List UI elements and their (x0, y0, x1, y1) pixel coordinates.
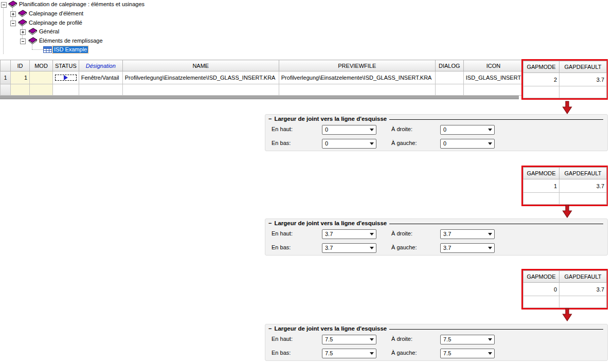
cell-gapdefault[interactable] (559, 296, 607, 308)
cell-status[interactable] (53, 71, 79, 84)
joint-width-panel-3: − Largeur de joint vers la ligne d'esqui… (265, 324, 608, 361)
cell-id[interactable]: 1 (11, 71, 30, 84)
cell-mod[interactable] (30, 71, 53, 84)
cell-gapdefault[interactable] (559, 86, 607, 98)
collapse-glyph[interactable]: − (268, 220, 272, 226)
column-header-previewfile[interactable]: PREVIEWFILE (279, 60, 435, 71)
column-header-icon[interactable]: ICON (463, 60, 523, 71)
cell-gapdefault[interactable]: 3.7 (559, 283, 607, 296)
tree-item-planification[interactable]: Planification de calepinage : éléments e… (18, 1, 146, 8)
combo-en-haut[interactable]: 7.5 (322, 335, 376, 344)
collapse-glyph[interactable]: − (268, 116, 272, 122)
column-header-designation[interactable]: Désignation (79, 60, 122, 71)
tree-item-general[interactable]: Général (38, 28, 60, 35)
cell-gapmode[interactable] (523, 193, 559, 205)
gap-columns-highlight-3: GAPMODE GAPDEFAULT 0 3.7 (521, 269, 608, 310)
cell-previewfile[interactable] (279, 84, 435, 96)
chevron-down-icon[interactable] (486, 233, 494, 235)
chevron-down-icon[interactable] (486, 352, 494, 355)
combo-a-gauche[interactable]: 7.5 (440, 349, 495, 358)
combo-value: 0 (322, 139, 368, 148)
cell-dialog[interactable] (435, 84, 463, 96)
down-arrow-icon (562, 205, 573, 218)
expand-toggle-icon[interactable] (20, 29, 26, 35)
cell-previewfile[interactable]: Profilverlegung\Einsatzelemente\ISD_GLAS… (279, 71, 435, 84)
cell-icon[interactable] (463, 84, 523, 96)
combo-a-gauche[interactable]: 0 (440, 139, 495, 149)
column-header-gapmode[interactable]: GAPMODE (523, 271, 559, 283)
chevron-down-icon[interactable] (368, 233, 376, 235)
combo-a-droite[interactable]: 0 (440, 125, 495, 135)
chevron-down-icon[interactable] (486, 142, 494, 145)
tree-item-calepinage-profile[interactable]: Calepinage de profilé (28, 20, 83, 26)
field-label-en-haut: En haut: (272, 336, 293, 342)
table-row-empty (1, 84, 523, 96)
cell-gapmode[interactable] (523, 86, 559, 98)
field-label-a-droite: À droite: (391, 336, 412, 342)
config-tree: Planification de calepinage : éléments e… (0, 0, 216, 58)
combo-en-bas[interactable]: 3.7 (322, 243, 376, 253)
groupbox-header: − Largeur de joint vers la ligne d'esqui… (268, 220, 603, 226)
row-number-cell[interactable]: 1 (1, 71, 11, 84)
column-header-gapdefault[interactable]: GAPDEFAULT (559, 61, 607, 73)
combo-a-droite[interactable]: 7.5 (440, 335, 495, 344)
column-header-status[interactable]: STATUS (53, 60, 79, 71)
field-label-a-droite: À droite: (391, 230, 412, 236)
column-header-gapdefault[interactable]: GAPDEFAULT (559, 168, 607, 179)
cell-gapmode[interactable]: 2 (523, 73, 559, 86)
cell-gapdefault[interactable] (559, 193, 607, 205)
tree-item-elements-remplissage[interactable]: Éléments de remplissage (38, 38, 104, 44)
cell-gapmode[interactable] (523, 296, 559, 308)
cell-gapdefault[interactable]: 3.7 (559, 179, 607, 193)
combo-a-droite[interactable]: 3.7 (440, 229, 495, 239)
combo-en-bas[interactable]: 7.5 (322, 349, 376, 358)
column-header-gapdefault[interactable]: GAPDEFAULT (559, 271, 607, 283)
book-icon (18, 10, 27, 17)
cell-gapmode[interactable]: 0 (523, 283, 559, 296)
cell-dialog[interactable] (435, 71, 463, 84)
field-label-en-bas: En bas: (272, 350, 291, 356)
combo-a-gauche[interactable]: 3.7 (440, 243, 495, 253)
column-header-dialog[interactable]: DIALOG (435, 60, 463, 71)
chevron-down-icon[interactable] (368, 247, 376, 249)
column-header-mod[interactable]: MOD (30, 60, 53, 71)
cell-designation[interactable]: Fenêtre/Vantail (79, 71, 122, 84)
grid-corner-cell[interactable] (1, 60, 11, 71)
chevron-down-icon[interactable] (486, 338, 494, 341)
cell-mod[interactable] (30, 84, 53, 96)
joint-width-panel-1: − Largeur de joint vers la ligne d'esqui… (265, 114, 608, 151)
chevron-down-icon[interactable] (368, 338, 376, 341)
tree-item-calepinage-element[interactable]: Calepinage d'élément (28, 10, 84, 17)
tree-item-isd-example[interactable]: ISD Example (53, 46, 88, 53)
collapse-toggle-icon[interactable] (10, 21, 16, 26)
chevron-down-icon[interactable] (486, 129, 494, 131)
cell-gapmode[interactable]: 1 (523, 179, 559, 193)
row-number-cell[interactable] (1, 84, 11, 96)
chevron-down-icon[interactable] (368, 129, 376, 131)
collapse-toggle-icon[interactable] (20, 39, 26, 44)
combo-en-haut[interactable]: 0 (322, 125, 376, 135)
chevron-down-icon[interactable] (486, 247, 494, 249)
cell-id[interactable] (11, 84, 30, 96)
combo-value: 3.7 (441, 230, 486, 239)
cell-gapdefault[interactable]: 3.7 (559, 73, 607, 86)
combo-en-bas[interactable]: 0 (322, 139, 376, 149)
column-header-id[interactable]: ID (11, 60, 30, 71)
cell-icon[interactable]: ISD_GLASS_INSERT (463, 71, 523, 84)
cell-name[interactable]: Profilverlegung\Einsatzelemente\ISD_GLAS… (122, 71, 279, 84)
combo-en-haut[interactable]: 3.7 (322, 229, 376, 239)
expand-toggle-icon[interactable] (10, 11, 16, 17)
column-header-name[interactable]: NAME (122, 60, 279, 71)
collapse-toggle-icon[interactable] (1, 2, 7, 8)
cell-status[interactable] (53, 84, 79, 96)
table-bottom-scrollbar[interactable] (0, 96, 519, 99)
column-header-gapmode[interactable]: GAPMODE (523, 61, 559, 73)
groupbox-rule (389, 329, 603, 330)
collapse-glyph[interactable]: − (268, 325, 272, 332)
cell-name[interactable] (122, 84, 279, 96)
chevron-down-icon[interactable] (368, 142, 376, 145)
chevron-down-icon[interactable] (368, 352, 376, 355)
groupbox-rule (389, 224, 603, 224)
column-header-gapmode[interactable]: GAPMODE (523, 168, 559, 179)
cell-designation[interactable] (79, 84, 122, 96)
